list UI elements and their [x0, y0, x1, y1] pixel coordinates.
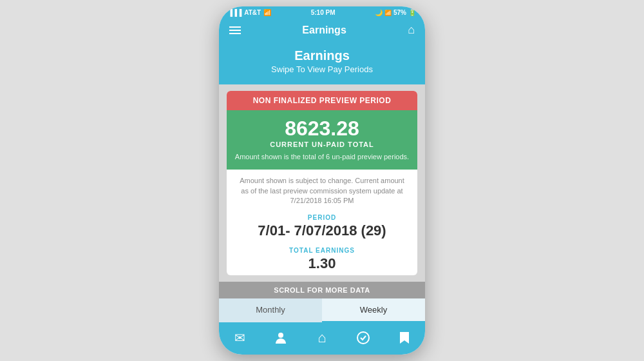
header: Earnings Swipe To View Pay Periods [219, 42, 425, 84]
period-section: PERIOD 7/01- 7/07/2018 (29) [237, 214, 407, 239]
status-bar: ▐▐▐ AT&T 📶 5:10 PM 🌙 📶 57% 🔋 [219, 6, 425, 18]
battery-label: 57% [393, 9, 406, 16]
content-area: NON FINALIZED PREVIEW PERIOD 8623.28 CUR… [219, 84, 425, 322]
header-subtitle: Swipe To View Pay Periods [232, 64, 412, 74]
svg-point-1 [357, 332, 369, 344]
signal-bars: ▐▐▐ [228, 9, 242, 16]
period-label: PERIOD [237, 214, 407, 221]
earnings-section: TOTAL EARNINGS 1.30 [237, 247, 407, 272]
unpaid-box: 8623.28 CURRENT UN-PAID TOTAL Amount sho… [227, 110, 417, 170]
wifi-icon: 📶 [263, 9, 271, 16]
period-value: 7/01- 7/07/2018 (29) [237, 222, 407, 239]
header-title: Earnings [232, 48, 412, 63]
svg-point-0 [278, 333, 283, 338]
unpaid-label: CURRENT UN-PAID TOTAL [233, 141, 411, 148]
unpaid-amount: 8623.28 [233, 118, 411, 139]
total-earnings-label: TOTAL EARNINGS [237, 247, 407, 254]
total-earnings-value: 1.30 [237, 255, 407, 272]
tab-monthly[interactable]: Monthly [219, 298, 322, 322]
status-right: 🌙 📶 57% 🔋 [375, 9, 416, 16]
bottom-nav: ✉ ⌂ [219, 322, 425, 355]
person-icon[interactable] [269, 329, 292, 347]
phone-shell: ▐▐▐ AT&T 📶 5:10 PM 🌙 📶 57% 🔋 Earnings ⌂ … [219, 6, 425, 355]
nav-bar: Earnings ⌂ [219, 18, 425, 42]
check-circle-icon[interactable] [352, 329, 375, 347]
tab-weekly[interactable]: Weekly [322, 298, 425, 322]
subject-text: Amount shown is subject to change. Curre… [237, 176, 407, 206]
status-time: 5:10 PM [311, 9, 336, 16]
card-body: Amount shown is subject to change. Curre… [227, 170, 417, 275]
home-nav-icon[interactable]: ⌂ [310, 329, 334, 347]
nav-title: Earnings [302, 24, 346, 36]
tab-bar: Monthly Weekly [219, 298, 425, 322]
carrier-label: AT&T [244, 9, 261, 16]
scroll-banner: SCROLL FOR MORE DATA [219, 282, 425, 298]
earnings-card: NON FINALIZED PREVIEW PERIOD 8623.28 CUR… [227, 91, 417, 275]
home-icon[interactable]: ⌂ [408, 23, 415, 37]
bookmark-icon[interactable] [393, 329, 416, 347]
mail-icon[interactable]: ✉ [228, 329, 251, 347]
non-finalized-banner: NON FINALIZED PREVIEW PERIOD [227, 91, 417, 110]
menu-icon[interactable] [229, 26, 241, 34]
status-left: ▐▐▐ AT&T 📶 [228, 9, 271, 16]
bluetooth-icon: 📶 [384, 10, 392, 16]
unpaid-desc: Amount shown is the total of 6 un-paid p… [233, 152, 411, 162]
moon-icon: 🌙 [375, 9, 383, 16]
battery-icon: 🔋 [408, 9, 416, 16]
